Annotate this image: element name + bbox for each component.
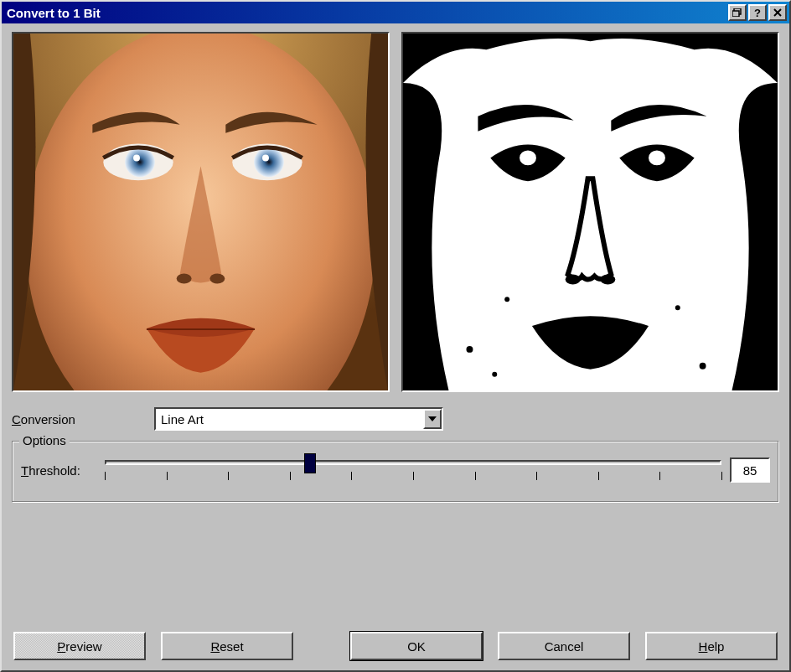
window-title: Convert to 1 Bit [7,6,728,20]
threshold-value-input[interactable]: 85 [730,457,770,483]
conversion-row: Conversion Line Art [12,407,779,431]
slider-tick [475,472,476,480]
original-portrait-image [13,34,388,390]
close-button[interactable] [768,4,787,21]
dialog-button-row: Preview Reset OK Cancel Help [12,628,779,665]
slider-tick [290,472,291,480]
conversion-selected: Line Art [156,412,423,426]
combo-dropdown-button[interactable] [423,409,442,429]
svg-point-24 [504,297,509,302]
chevron-down-icon [428,416,437,421]
button-spacer [308,632,335,660]
restore-icon [732,8,742,17]
ok-button[interactable]: OK [350,632,483,660]
preview-access-char: P [57,639,65,654]
title-bar: Convert to 1 Bit ? [2,2,789,23]
dialog-window: Convert to 1 Bit ? [0,0,791,672]
help-rest: elp [707,639,724,654]
preview-row [12,32,779,392]
svg-point-19 [600,275,615,285]
result-1bit-image [403,34,778,390]
slider-tick [598,472,599,480]
svg-point-21 [492,372,497,377]
conversion-label: Conversion [12,412,154,426]
original-preview-pane[interactable] [12,32,390,392]
question-icon: ? [754,8,761,18]
reset-access-char: R [210,639,220,654]
slider-thumb[interactable] [304,453,316,473]
help-button[interactable]: ? [748,4,767,21]
slider-tick [721,472,722,480]
svg-point-11 [262,154,269,161]
threshold-access-char: T [21,463,28,478]
svg-marker-25 [428,416,437,421]
svg-point-10 [133,154,140,161]
svg-rect-1 [732,11,739,17]
vertical-spacer [12,511,779,628]
svg-point-22 [700,363,706,370]
reset-rest: eset [220,639,243,654]
slider-ticks [105,472,721,483]
slider-tick [536,472,537,480]
svg-point-13 [209,274,225,284]
svg-point-23 [675,305,680,310]
help-dialog-button[interactable]: Help [645,632,778,660]
options-group: Options Threshold: 85 [12,441,779,503]
svg-point-17 [649,150,665,165]
svg-point-20 [466,346,473,353]
conversion-access-char: C [12,412,21,426]
svg-point-16 [520,150,536,165]
slider-tick [351,472,352,480]
restore-button[interactable] [728,4,747,21]
slider-tick [659,472,660,480]
preview-rest: review [65,639,101,654]
conversion-combobox[interactable]: Line Art [154,407,443,431]
slider-tick [228,472,229,480]
threshold-label: Threshold: [21,463,96,478]
help-access-char: H [699,639,708,654]
dialog-content: Conversion Line Art Options Threshold: [2,23,789,670]
preview-button[interactable]: Preview [13,632,146,660]
svg-point-18 [566,275,581,285]
slider-tick [413,472,414,480]
conversion-label-rest: onversion [21,412,75,426]
slider-track [105,460,721,465]
result-preview-pane[interactable] [401,32,779,392]
cancel-button[interactable]: Cancel [498,632,630,660]
close-icon [773,8,782,17]
svg-point-12 [177,274,192,284]
slider-tick [105,472,106,480]
title-buttons: ? [728,4,787,21]
options-group-label: Options [19,433,70,447]
svg-point-9 [254,147,284,178]
threshold-slider[interactable] [105,453,721,487]
threshold-row: Threshold: 85 [21,453,770,487]
slider-tick [167,472,168,480]
threshold-label-rest: hreshold: [28,463,80,478]
reset-button[interactable]: Reset [161,632,293,660]
svg-point-8 [125,147,155,178]
